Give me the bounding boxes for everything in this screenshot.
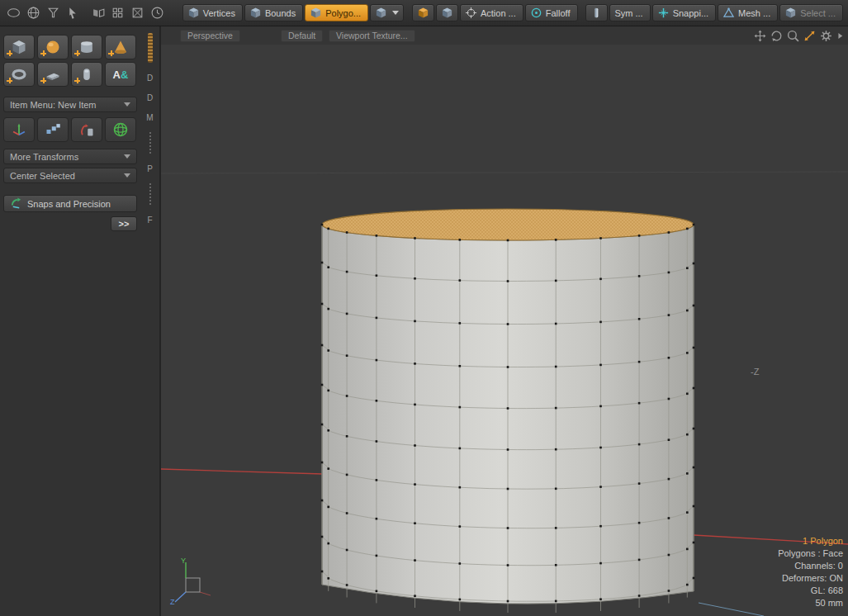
axis-label-negz: -Z: [751, 367, 759, 377]
globe-icon[interactable]: [25, 4, 43, 22]
mode-bounds-button[interactable]: Bounds: [244, 4, 303, 21]
pan-icon[interactable]: [753, 29, 767, 43]
chevron-down-icon: [124, 154, 130, 159]
snaps-precision-button[interactable]: Snaps and Precision: [3, 195, 137, 212]
capsule-tool-button[interactable]: [71, 62, 102, 87]
cube-icon: [249, 7, 262, 19]
orbit-icon[interactable]: [770, 29, 784, 43]
mode-dropdown-button[interactable]: [370, 4, 404, 21]
chevron-down-icon: [124, 173, 130, 178]
cube-icon: [784, 7, 797, 19]
mesh-constraint-button[interactable]: Mesh ...: [718, 4, 778, 21]
mesh-item-button[interactable]: [412, 4, 434, 21]
selection-count: 1 Polygon: [778, 535, 843, 547]
mode-polygons-button[interactable]: Polygo...: [305, 4, 368, 21]
chevron-down-icon: [124, 102, 130, 107]
cone-tool-button[interactable]: [105, 35, 136, 59]
mode-label: Polygo...: [325, 8, 361, 18]
shading-selector[interactable]: Default: [281, 30, 323, 42]
tab-f[interactable]: F: [147, 216, 152, 225]
action-center-button[interactable]: Action ...: [460, 4, 523, 21]
mesh-icon: [722, 7, 735, 19]
tab-m[interactable]: M: [146, 113, 153, 122]
falloff-button[interactable]: Falloff: [525, 4, 578, 21]
viewport-tools: [753, 29, 845, 43]
cube-tool-button[interactable]: [3, 35, 35, 59]
instance-item-button[interactable]: [436, 4, 458, 21]
viewport-canvas[interactable]: [161, 26, 848, 616]
viewport-3d[interactable]: Perspective Default Viewport Texture... …: [161, 26, 848, 616]
mirror-icon[interactable]: [89, 4, 107, 22]
select-through-button[interactable]: Select ...: [779, 4, 843, 21]
tab-p[interactable]: P: [147, 164, 153, 173]
ellipse-icon[interactable]: [5, 4, 23, 22]
viewport-header: [161, 26, 848, 45]
button-label: Action ...: [481, 8, 516, 18]
button-label: Mesh ...: [738, 8, 770, 18]
cage-icon[interactable]: [129, 4, 147, 22]
cube-icon: [375, 7, 387, 19]
x-axis-line: [161, 469, 323, 474]
vertical-tab-strip: D D M P F: [140, 26, 159, 258]
text-tool-icon: A&: [113, 69, 129, 81]
primitive-toolbar: A&: [3, 35, 137, 87]
grid-size: 50 mm: [778, 597, 843, 609]
text-tool-button[interactable]: A&: [105, 62, 136, 87]
mode-label: Bounds: [265, 8, 296, 18]
menu-arrow-icon[interactable]: [836, 29, 845, 43]
cube-icon: [187, 7, 200, 19]
z-axis-label: Z: [170, 598, 175, 606]
tab-separator: [149, 132, 151, 154]
mode-vertices-button[interactable]: Vertices: [182, 4, 243, 21]
item-menu-dropdown[interactable]: Item Menu: New Item: [3, 97, 137, 112]
mode-label: Vertices: [203, 8, 235, 18]
sphere-tool-button[interactable]: [37, 35, 69, 59]
expand-panel-button[interactable]: >>: [111, 216, 137, 231]
orientation-gizmo: Y Z: [169, 555, 220, 606]
plane-tool-button[interactable]: [37, 62, 69, 87]
funnel-icon[interactable]: [44, 4, 62, 22]
projection-selector[interactable]: Perspective: [180, 30, 240, 42]
more-transforms-dropdown[interactable]: More Transforms: [3, 149, 137, 164]
snapping-button[interactable]: Snappi...: [652, 4, 716, 21]
x-axis-line: [200, 592, 211, 595]
selected-polygon-face[interactable]: [322, 209, 694, 240]
symmetry-button[interactable]: Sym ...: [609, 4, 650, 21]
horizon-grid-line: [161, 172, 848, 173]
zoom-icon[interactable]: [786, 29, 800, 43]
selection-mode: Polygons : Face: [778, 547, 843, 560]
grid-icon[interactable]: [109, 4, 127, 22]
instance-item-icon: [441, 7, 453, 19]
bend-tool-button[interactable]: [71, 117, 102, 142]
y-axis-label: Y: [181, 557, 186, 565]
add-badge-icon: [7, 78, 12, 83]
center-selected-label: Center Selected: [10, 171, 75, 181]
z-axis-line: [699, 603, 764, 616]
symmetry-axis-button[interactable]: [585, 4, 608, 21]
cursor-icon[interactable]: [64, 4, 82, 22]
add-badge-icon: [40, 78, 46, 83]
cube-icon: [310, 7, 322, 19]
add-badge-icon: [7, 50, 12, 56]
wire-sphere-tool-button[interactable]: [105, 117, 136, 142]
center-selected-dropdown[interactable]: Center Selected: [3, 168, 137, 183]
array-tool-button[interactable]: [37, 117, 69, 142]
tab-d2[interactable]: D: [147, 93, 153, 102]
bar-icon: [590, 7, 603, 19]
deformers-status: Deformers: ON: [778, 572, 843, 585]
clock-icon[interactable]: [148, 4, 166, 22]
texture-selector[interactable]: Viewport Texture...: [329, 30, 415, 42]
axis-gizmo-tool-button[interactable]: [3, 117, 35, 142]
add-badge-icon: [108, 50, 114, 56]
snap-arrow-icon: [10, 197, 22, 210]
torus-tool-button[interactable]: [3, 62, 35, 87]
transform-toolbar: [3, 117, 137, 142]
item-menu-label: Item Menu: New Item: [10, 100, 97, 110]
maximize-icon[interactable]: [803, 29, 817, 43]
settings-icon[interactable]: [819, 29, 833, 43]
active-tab-indicator[interactable]: [148, 33, 153, 63]
ring-icon: [530, 7, 542, 19]
cylinder-tool-button[interactable]: [71, 35, 102, 59]
tab-d1[interactable]: D: [147, 73, 153, 83]
button-label: Falloff: [546, 8, 571, 18]
